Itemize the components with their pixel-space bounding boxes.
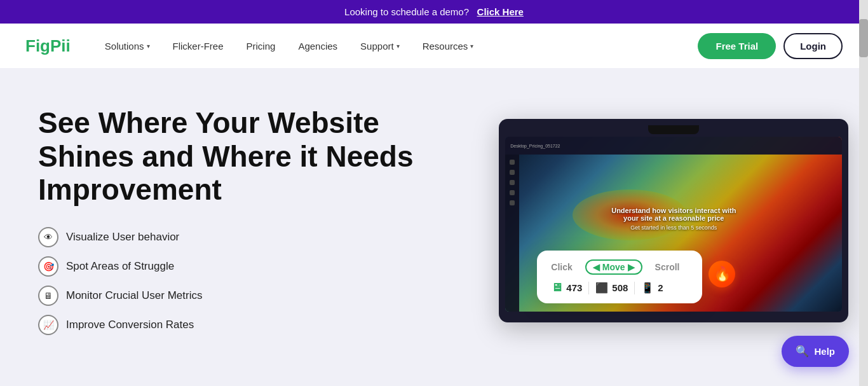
desktop-stat: 🖥 473 — [551, 281, 582, 294]
tab-scroll[interactable]: Scroll — [655, 262, 680, 272]
help-label: Help — [814, 346, 835, 357]
device-stats: 🖥 473 ⬛ 508 📱 2 — [551, 281, 688, 294]
hero-section: See Where Your Website Shines and Where … — [0, 68, 868, 373]
chevron-down-icon: ▾ — [397, 43, 400, 50]
tablet-count: 508 — [612, 282, 628, 293]
stat-divider-2 — [634, 282, 635, 294]
search-icon: 🔍 — [796, 345, 809, 358]
hero-visual: Desktop_Pricing_051722 Understand how vi… — [499, 119, 848, 322]
hero-text: See Where Your Website Shines and Where … — [38, 106, 473, 336]
feature-label-1: Visualize User behavior — [66, 231, 179, 244]
logo-pii: Pii — [50, 36, 71, 55]
interaction-card: Click ◀ Move ▶ Scroll 🖥 473 ⬛ 508 — [537, 251, 702, 303]
top-banner: Looking to schedule a demo? Click Here — [0, 0, 868, 24]
nav-item-solutions[interactable]: Solutions ▾ — [96, 36, 159, 57]
nav-item-pricing[interactable]: Pricing — [238, 36, 285, 57]
stat-divider-1 — [588, 282, 589, 294]
mobile-stat: 📱 2 — [641, 282, 663, 294]
feature-label-3: Monitor Crucial User Metrics — [66, 289, 202, 302]
chevron-right-icon: ▶ — [628, 262, 635, 272]
nav-item-flicker-free[interactable]: Flicker-Free — [164, 36, 233, 57]
nav-item-agencies[interactable]: Agencies — [289, 36, 346, 57]
heatmap-text-overlay: Understand how visitors interact with yo… — [604, 207, 743, 231]
sidebar-dot-4 — [510, 190, 515, 195]
toolbar-text: Desktop_Pricing_051722 — [510, 144, 560, 148]
feature-item-4: 📈 Improve Conversion Rates — [38, 315, 473, 335]
logo[interactable]: FigPii — [25, 36, 71, 56]
nav-item-support[interactable]: Support ▾ — [351, 36, 409, 57]
interaction-tabs: Click ◀ Move ▶ Scroll — [551, 259, 688, 275]
target-icon: 🎯 — [38, 256, 58, 277]
sidebar-dot-2 — [510, 170, 515, 175]
flame-icon: 🔥 — [709, 261, 735, 287]
feature-item-2: 🎯 Spot Areas of Struggle — [38, 256, 473, 277]
nav-item-resources[interactable]: Resources ▾ — [414, 36, 483, 57]
feature-label-2: Spot Areas of Struggle — [66, 260, 174, 273]
chevron-down-icon: ▾ — [470, 43, 473, 50]
chart-icon: 📈 — [38, 315, 58, 335]
feature-item-1: 👁 Visualize User behavior — [38, 227, 473, 247]
feature-item-3: 🖥 Monitor Crucial User Metrics — [38, 286, 473, 306]
tablet-stat: ⬛ 508 — [595, 282, 628, 294]
device-toolbar: Desktop_Pricing_051722 — [505, 137, 842, 155]
visualize-icon: 👁 — [38, 227, 58, 247]
tab-click[interactable]: Click — [551, 262, 572, 272]
desktop-icon: 🖥 — [551, 281, 562, 294]
logo-fig: Fig — [25, 36, 50, 55]
nav-links: Solutions ▾ Flicker-Free Pricing Agencie… — [96, 36, 698, 57]
hero-features: 👁 Visualize User behavior 🎯 Spot Areas o… — [38, 227, 473, 335]
chevron-down-icon: ▾ — [147, 43, 150, 50]
scrollbar-thumb[interactable] — [859, 19, 868, 57]
mobile-icon: 📱 — [641, 282, 654, 294]
help-button[interactable]: 🔍 Help — [782, 336, 849, 367]
nav-actions: Free Trial Login — [698, 33, 843, 59]
sidebar-dot-1 — [510, 160, 515, 165]
monitor-icon: 🖥 — [38, 286, 58, 306]
desktop-count: 473 — [566, 282, 582, 293]
navbar: FigPii Solutions ▾ Flicker-Free Pricing … — [0, 24, 868, 68]
heatmap-overlay-title: Understand how visitors interact with yo… — [604, 207, 743, 222]
heatmap-overlay-sub: Get started in less than 5 seconds — [604, 224, 743, 231]
device-notch — [648, 125, 699, 134]
tablet-icon: ⬛ — [595, 282, 608, 294]
scrollbar[interactable] — [859, 0, 868, 373]
chevron-left-icon: ◀ — [593, 262, 600, 272]
login-button[interactable]: Login — [783, 33, 843, 59]
banner-text: Looking to schedule a demo? — [344, 6, 469, 17]
device-sidebar — [505, 155, 519, 312]
banner-link[interactable]: Click Here — [477, 6, 524, 17]
mobile-count: 2 — [658, 282, 663, 293]
sidebar-dot-3 — [510, 180, 515, 185]
feature-label-4: Improve Conversion Rates — [66, 319, 194, 331]
free-trial-button[interactable]: Free Trial — [698, 33, 776, 59]
tab-move[interactable]: ◀ Move ▶ — [585, 259, 642, 275]
hero-title: See Where Your Website Shines and Where … — [38, 106, 473, 207]
sidebar-dot-5 — [510, 200, 515, 205]
